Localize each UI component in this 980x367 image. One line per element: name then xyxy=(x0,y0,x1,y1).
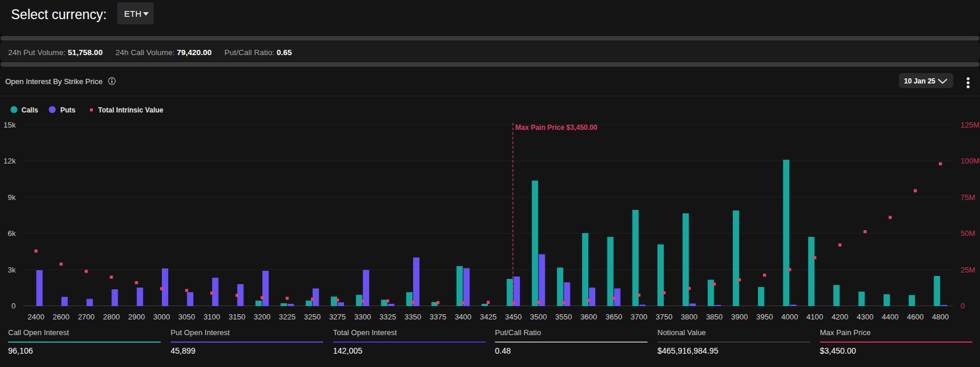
svg-text:3800: 3800 xyxy=(681,313,697,321)
svg-text:6k: 6k xyxy=(8,229,16,238)
svg-text:3275: 3275 xyxy=(329,313,346,321)
svg-text:75M: 75M xyxy=(961,193,975,202)
svg-text:2700: 2700 xyxy=(78,313,95,321)
svg-text:3150: 3150 xyxy=(229,313,245,321)
svg-text:3550: 3550 xyxy=(555,313,572,321)
svg-text:25M: 25M xyxy=(961,266,975,274)
svg-text:3425: 3425 xyxy=(480,313,497,321)
svg-text:3200: 3200 xyxy=(254,313,270,321)
svg-text:9k: 9k xyxy=(8,193,16,202)
svg-text:4400: 4400 xyxy=(882,313,899,321)
svg-text:3050: 3050 xyxy=(178,313,195,321)
svg-text:125M: 125M xyxy=(961,121,980,129)
svg-text:3500: 3500 xyxy=(530,313,547,321)
svg-text:3450: 3450 xyxy=(505,313,522,321)
svg-text:3375: 3375 xyxy=(429,313,446,321)
svg-text:2900: 2900 xyxy=(128,313,145,321)
svg-text:3100: 3100 xyxy=(204,313,220,321)
svg-text:100M: 100M xyxy=(961,157,980,165)
svg-text:2800: 2800 xyxy=(103,313,120,321)
svg-text:0: 0 xyxy=(12,301,16,310)
svg-text:3750: 3750 xyxy=(656,313,672,321)
svg-text:3400: 3400 xyxy=(455,313,472,321)
svg-text:4100: 4100 xyxy=(807,313,823,321)
svg-text:2400: 2400 xyxy=(28,313,45,321)
svg-text:4000: 4000 xyxy=(782,313,798,321)
svg-text:3k: 3k xyxy=(8,266,16,274)
svg-text:3250: 3250 xyxy=(304,313,321,321)
svg-text:3900: 3900 xyxy=(731,313,748,321)
svg-text:0: 0 xyxy=(961,301,965,310)
svg-text:4300: 4300 xyxy=(856,313,873,321)
svg-text:50M: 50M xyxy=(961,229,975,238)
svg-text:3225: 3225 xyxy=(279,313,296,321)
svg-text:Max Pain Price $3,450.00: Max Pain Price $3,450.00 xyxy=(515,123,598,132)
svg-text:3000: 3000 xyxy=(153,313,170,321)
svg-text:12k: 12k xyxy=(3,157,16,165)
svg-text:3325: 3325 xyxy=(379,313,396,321)
svg-text:4800: 4800 xyxy=(932,313,949,321)
svg-text:3850: 3850 xyxy=(706,313,723,321)
svg-text:3350: 3350 xyxy=(404,313,421,321)
svg-text:15k: 15k xyxy=(3,121,16,129)
svg-text:3700: 3700 xyxy=(631,313,648,321)
svg-text:2600: 2600 xyxy=(53,313,70,321)
svg-text:3950: 3950 xyxy=(756,313,773,321)
svg-text:4600: 4600 xyxy=(907,313,924,321)
svg-text:3300: 3300 xyxy=(354,313,371,321)
svg-text:3650: 3650 xyxy=(605,313,622,321)
svg-text:4200: 4200 xyxy=(831,313,848,321)
svg-text:3600: 3600 xyxy=(580,313,597,321)
